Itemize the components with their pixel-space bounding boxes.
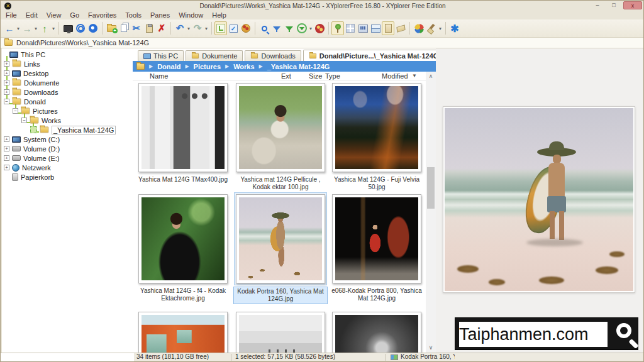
preview-image-beach-skimboarder[interactable] <box>443 106 635 293</box>
menu-help[interactable]: Help <box>212 11 226 19</box>
tab-this-pc[interactable]: This PC <box>138 50 184 61</box>
close-icon[interactable]: x <box>623 1 642 9</box>
display-icon[interactable] <box>62 21 74 35</box>
forward-icon[interactable]: → <box>21 21 33 35</box>
expand-icon[interactable]: + <box>4 89 9 95</box>
split-view-icon[interactable] <box>369 21 382 35</box>
breadcrumb-pictures[interactable]: Pictures <box>194 63 221 70</box>
forward-caret-icon[interactable]: ▾ <box>33 21 38 35</box>
collapse-icon[interactable]: − <box>21 118 27 123</box>
file-item-selected[interactable]: Kodak Portra 160, Yashica Mat 124G.jpg <box>233 193 328 304</box>
undo-caret-icon[interactable]: ▾ <box>186 21 191 35</box>
tree-item-papierkorb[interactable]: Papierkorb <box>2 172 133 182</box>
up-caret-icon[interactable]: ▾ <box>51 21 56 35</box>
menu-panes[interactable]: Panes <box>150 11 170 19</box>
tree-item-works[interactable]: −Works <box>2 116 133 125</box>
tab-yashica-active[interactable]: Donald\Picture...\_Yashica Mat-124G✕ <box>303 50 455 61</box>
zoom-icon[interactable] <box>87 21 99 35</box>
thumbnail-bw-portrait[interactable] <box>335 315 418 353</box>
filter-circle-caret-icon[interactable]: ▾ <box>308 21 313 35</box>
filter-circle-icon[interactable] <box>296 21 308 35</box>
file-item[interactable] <box>136 310 230 353</box>
thumbnail-phillips-building[interactable] <box>239 315 322 353</box>
file-item[interactable] <box>330 310 424 353</box>
column-size[interactable]: Size <box>309 72 322 80</box>
minimize-icon[interactable]: – <box>591 1 604 9</box>
expand-icon[interactable]: + <box>4 61 9 67</box>
tag-icon[interactable] <box>394 21 407 35</box>
thumbnail-night-tram[interactable] <box>335 197 418 280</box>
breadcrumb-works[interactable]: Works <box>233 63 254 70</box>
thumbnail-green-portrait[interactable] <box>142 197 225 280</box>
paste-icon[interactable] <box>143 21 155 35</box>
tree-item-yashica[interactable]: _Yashica Mat-124G <box>2 125 133 134</box>
tree-item-system-c[interactable]: +System (C:) <box>2 134 133 144</box>
tree-item-this-pc[interactable]: This PC <box>2 50 133 59</box>
thumbnail-bw-courtyard[interactable] <box>142 86 225 169</box>
goto-target-icon[interactable] <box>74 21 87 35</box>
redo-caret-icon[interactable]: ▾ <box>204 21 209 35</box>
expand-icon[interactable]: + <box>4 80 9 85</box>
file-item[interactable]: Yashica mat 124G Pellicule , Kodak ektar… <box>233 82 328 192</box>
tree-item-desktop[interactable]: +Desktop <box>2 69 133 78</box>
thumbnails-view-icon[interactable] <box>357 21 369 35</box>
column-name[interactable]: Name <box>150 72 168 80</box>
thumbnail-dusk-trees[interactable] <box>335 86 418 169</box>
column-ext[interactable]: Ext <box>281 72 291 80</box>
maximize-icon[interactable]: □ <box>607 1 621 9</box>
menu-view[interactable]: View <box>47 11 62 19</box>
thumbnail-orange-tram[interactable] <box>142 315 225 353</box>
menu-file[interactable]: File <box>6 11 17 19</box>
filter-green-icon[interactable] <box>283 21 296 35</box>
breadcrumb-yashica[interactable]: _Yashica Mat-124G <box>267 63 330 70</box>
back-icon[interactable]: ← <box>3 21 16 35</box>
address-bar[interactable]: Donald\Pictures\Works\_Yashica Mat-124G <box>1 37 644 48</box>
color-filter-icon[interactable] <box>413 21 425 35</box>
tree-item-volume-d[interactable]: +Volume (D:) <box>2 144 133 153</box>
tree-view-icon[interactable] <box>331 21 344 35</box>
settings-gear-icon[interactable]: ✱ <box>448 21 461 35</box>
menu-window[interactable]: Window <box>179 11 203 19</box>
menu-go[interactable]: Go <box>70 11 79 19</box>
collapse-icon[interactable]: − <box>13 108 18 114</box>
pizza-icon[interactable] <box>240 21 252 35</box>
up-icon[interactable]: ↑ <box>38 21 51 35</box>
copy-icon[interactable] <box>118 21 130 35</box>
cut-icon[interactable]: ✂ <box>130 21 143 35</box>
expand-icon[interactable]: + <box>4 155 9 161</box>
scrollbar-thumb[interactable] <box>427 167 435 209</box>
checkbox-select-icon[interactable]: ✓ <box>227 21 240 35</box>
brush-icon[interactable] <box>425 21 438 35</box>
tree-item-volume-e[interactable]: +Volume (E:) <box>2 153 133 163</box>
new-folder-icon[interactable]: + <box>105 21 118 35</box>
expand-icon[interactable]: + <box>4 165 9 170</box>
search-icon[interactable] <box>258 21 270 35</box>
scroll-down-icon[interactable]: ∨ <box>426 343 436 353</box>
file-item[interactable]: Yashica Mat 124G TMax400.jpg <box>136 82 230 184</box>
scroll-up-icon[interactable]: ∧ <box>426 72 436 81</box>
file-item[interactable]: Yashica Mat 124G - Fuji Velvia 50.jpg <box>330 82 424 192</box>
tree-path-icon[interactable] <box>214 21 227 35</box>
tree-item-downloads[interactable]: +Downloads <box>2 87 133 97</box>
delete-icon[interactable]: ✗ <box>155 21 168 35</box>
file-item[interactable] <box>233 310 328 353</box>
filter-blue-icon[interactable] <box>270 21 283 35</box>
column-modified[interactable]: Modified <box>382 72 408 80</box>
tab-dokumente[interactable]: Dokumente <box>186 50 243 61</box>
tree-item-donald[interactable]: −Donald <box>2 97 133 106</box>
list-scrollbar[interactable]: ∧ ∨ <box>426 72 436 353</box>
redo-icon[interactable]: ↷ <box>191 21 204 35</box>
tree-item-links[interactable]: +Links <box>2 59 133 69</box>
expand-icon[interactable]: + <box>4 146 9 151</box>
tree-item-pictures[interactable]: −Pictures <box>2 106 133 116</box>
tree-item-netzwerk[interactable]: +Netzwerk <box>2 163 133 172</box>
back-caret-icon[interactable]: ▾ <box>16 21 21 35</box>
file-item[interactable]: e068-Kodak Portra 800, Yashica Mat 124G.… <box>330 193 424 303</box>
expand-icon[interactable]: + <box>4 136 9 142</box>
address-path[interactable]: Donald\Pictures\Works\_Yashica Mat-124G <box>16 39 149 47</box>
thumbnail-woman-on-rocks[interactable] <box>239 86 322 169</box>
tab-downloads[interactable]: Downloads <box>245 50 301 61</box>
undo-icon[interactable]: ↶ <box>174 21 186 35</box>
menu-edit[interactable]: Edit <box>26 11 38 19</box>
sort-descending-icon[interactable]: ▼ <box>412 72 417 80</box>
